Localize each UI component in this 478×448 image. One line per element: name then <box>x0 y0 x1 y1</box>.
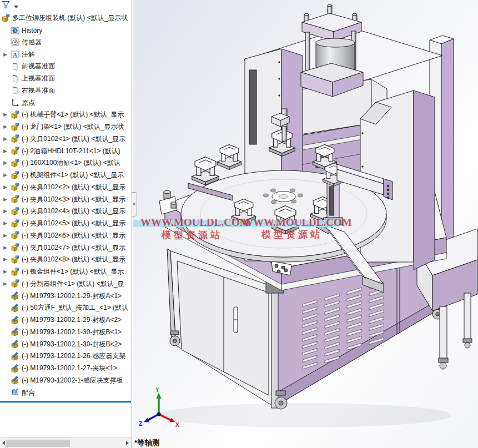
tree-item[interactable]: (-) M19793-12002.1-27-夹块<1> <box>0 363 131 375</box>
tree-item-label: (-) 夹具0102<7> (默认) <默认_显示 <box>22 243 125 253</box>
tree-item-label: (-) 50方通F_默认_按加工_<1> (默认 <box>22 303 128 313</box>
tree-item-label: (-) 机械手臂<1> (默认) <默认_显示 <box>22 110 124 119</box>
tree-item-label: 传感器 <box>22 38 42 47</box>
tree-item-label: (-) M19793-12002.1-29-封板A<1> <box>22 291 122 301</box>
tree-item[interactable]: (-) M19793-12002.1-29-封板A<1> <box>0 290 131 302</box>
tree-item[interactable]: ▶(-) 夹具0102<5> (默认) <默认_显示 <box>0 218 131 230</box>
tree-item-label: (-) M19793-12002.1-30-封板B<2> <box>22 340 122 349</box>
part-icon <box>11 376 19 385</box>
origin-icon <box>11 98 19 107</box>
tree-item[interactable]: 前视基准面 <box>0 61 131 73</box>
tree-item-label: (-) 夹具0102<6> (默认) <默认_显示 <box>22 231 125 240</box>
rollback-bar[interactable] <box>0 401 131 402</box>
tree-item-label: History <box>22 27 42 34</box>
assembly-icon <box>11 268 19 276</box>
viewport-3d[interactable]: WWW.MOULDL.COM WWW.MOULDL.COM 模型资源站 模型资源… <box>133 0 478 448</box>
panel-splitter-handle[interactable] <box>132 192 137 217</box>
tree-item[interactable]: ▶(-) 夹具0102<2> (默认) <默认_显示 <box>0 182 131 194</box>
assembly-icon <box>11 159 19 168</box>
tree-item[interactable]: ▶(-) 钣金组件<1> (默认) <默认_显示 <box>0 266 131 278</box>
expand-arrow-icon[interactable]: ▶ <box>3 160 11 165</box>
assembly-icon <box>11 147 19 155</box>
scroll-left-icon[interactable] <box>2 441 5 445</box>
tree-item-label: 注解 <box>22 50 35 59</box>
tree-item-label: (-) 160X100油缸<1> (默认) <默认 <box>22 158 120 168</box>
tree-item[interactable]: (-) 50方通F_默认_按加工_<1> (默认 <box>0 302 131 314</box>
tree-item[interactable]: ▶(-) 龙门架<1> (默认) <默认_显示状 <box>0 121 131 133</box>
plane-icon <box>11 62 19 71</box>
tree-item-label: (-) 夹具0102<4> (默认) <默认_显示 <box>22 207 125 216</box>
tree-item-label: 配合 <box>22 388 35 397</box>
tree-item-label: 原点 <box>22 98 35 108</box>
expand-arrow-icon[interactable]: ▶ <box>3 281 11 286</box>
tree-item[interactable]: (-) M19793-12002.1-26-感应器支架 <box>0 350 131 363</box>
expand-arrow-icon[interactable]: ▶ <box>3 209 11 214</box>
assembly-icon <box>11 110 19 119</box>
tree-item[interactable]: 原点 <box>0 97 131 109</box>
watermark-site: 模型资源站 <box>161 230 223 240</box>
scroll-right-icon[interactable] <box>126 441 129 445</box>
tree-item[interactable]: 右视基准面 <box>0 85 131 97</box>
tree-item[interactable]: ▶(-) 分割器组件<1> (默认) <默认_显 <box>0 278 131 290</box>
tree-item[interactable]: (-) M19793-12002.1-30-封板B<2> <box>0 338 131 350</box>
plane-icon <box>11 86 19 95</box>
tree-item-label: (-) M19793-12002.1-27-夹块<1> <box>22 364 117 373</box>
expand-arrow-icon[interactable]: ▶ <box>3 137 11 142</box>
tree-item[interactable]: ▶(-) 夹具0102<1> (默认) <默认_显示 <box>0 133 131 145</box>
splitter-dot-icon <box>133 203 135 205</box>
tree-horizontal-scrollbar[interactable] <box>0 437 132 448</box>
expand-arrow-icon[interactable]: ▶ <box>3 233 11 238</box>
tree-item[interactable]: 上视基准面 <box>0 73 131 85</box>
tree-item[interactable]: ▶(-) 夹具0102<7> (默认) <默认_显示 <box>0 241 131 254</box>
expand-arrow-icon[interactable]: ▶ <box>3 221 11 226</box>
tree-item-label: (-) M19793-12002.1-30-封板B<1> <box>22 328 122 337</box>
axis-z-label: Z <box>139 421 142 427</box>
tree-item[interactable]: ▶(-) 2油箱HHDL10T-211<1> (默认) <box>0 145 131 157</box>
tree-item[interactable]: ▶(-) 夹具0102<6> (默认) <默认_显示 <box>0 230 131 242</box>
expand-arrow-icon[interactable]: ▶ <box>3 149 11 154</box>
assembly-icon <box>11 219 19 228</box>
expand-arrow-icon[interactable]: ▶ <box>3 52 11 57</box>
tree-item-label: (-) 夹具0102<5> (默认) <默认_显示 <box>22 219 125 228</box>
expand-arrow-icon[interactable]: ▶ <box>3 197 11 202</box>
tree-item-label: (-) 夹具0102<2> (默认) <默认_显示 <box>22 183 125 192</box>
tree-item-label: (-) M19793-12002-1-感应块支撑板 <box>22 376 123 385</box>
tree-item[interactable]: (-) M19793-12002.1-30-封板B<1> <box>0 326 131 339</box>
expand-arrow-icon[interactable]: ▶ <box>3 185 11 190</box>
tree-item-label: (-) 分割器组件<1> (默认) <默认_显 <box>22 279 124 289</box>
part-icon <box>11 328 19 336</box>
expand-arrow-icon[interactable]: ▶ <box>3 124 11 129</box>
expand-arrow-icon[interactable]: ▶ <box>3 269 11 274</box>
filter-button[interactable] <box>2 1 24 12</box>
expand-arrow-icon[interactable]: ▶ <box>3 173 11 178</box>
tree-item[interactable]: History <box>0 24 131 37</box>
tree-item[interactable]: ▶注解 <box>0 48 131 61</box>
filter-icon <box>2 1 11 10</box>
scrollbar-thumb[interactable] <box>6 440 70 447</box>
tree-item[interactable]: 传感器 <box>0 37 131 49</box>
tree-item-label: (-) 钣金组件<1> (默认) <默认_显示 <box>22 267 124 276</box>
tree-item[interactable]: ▶(-) 机架组件<1> (默认) <默认_显示 <box>0 169 131 182</box>
tree-item[interactable]: ▶(-) 夹具0102<3> (默认) <默认_显示 <box>0 193 131 205</box>
part-icon <box>11 364 19 373</box>
tree-item[interactable]: ▶(-) 夹具0102<8> (默认) <默认_显示 <box>0 254 131 266</box>
tree-item[interactable]: 多工位铆压组装机 (默认) <默认_显示状 <box>0 12 131 24</box>
part-icon <box>11 316 19 325</box>
part-icon <box>11 352 19 361</box>
tree-item[interactable]: ▶(-) 夹具0102<4> (默认) <默认_显示 <box>0 205 131 218</box>
floor-shadow <box>158 403 452 427</box>
tree-item-label: (-) 夹具0102<8> (默认) <默认_显示 <box>22 255 125 264</box>
tree-item[interactable]: 配合 <box>0 386 131 399</box>
watermark-site: 模型资源站 <box>261 229 323 240</box>
tree-item[interactable]: (-) M19793-12002.1-29-封板A<2> <box>0 314 131 326</box>
assembly-icon <box>11 243 19 252</box>
tree-item[interactable]: ▶(-) 160X100油缸<1> (默认) <默认 <box>0 157 131 169</box>
axis-y-label: Y <box>155 387 159 393</box>
expand-arrow-icon[interactable]: ▶ <box>3 245 11 250</box>
expand-arrow-icon[interactable]: ▶ <box>3 257 11 262</box>
tree-item[interactable]: ▶(-) 机械手臂<1> (默认) <默认_显示 <box>0 109 131 121</box>
tree-item-label: (-) 龙门架<1> (默认) <默认_显示状 <box>22 122 124 132</box>
annotations-icon <box>11 50 19 59</box>
tree-item[interactable]: (-) M19793-12002-1-感应块支撑板 <box>0 375 131 387</box>
expand-arrow-icon[interactable]: ▶ <box>3 112 11 117</box>
